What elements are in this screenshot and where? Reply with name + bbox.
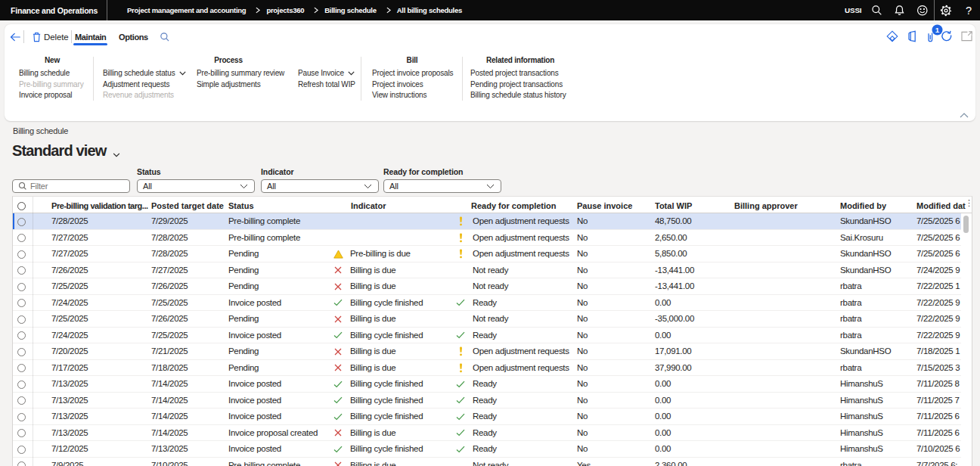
delete-label: Delete [44,33,69,42]
select-all-checkbox[interactable] [17,202,26,210]
ribbon-button-project-invoice-proposals[interactable]: Project invoice proposals [372,68,453,79]
grid-row[interactable]: 7/17/20257/18/2025PendingBilling is dueO… [13,360,961,377]
grid-row[interactable]: 7/24/20257/25/2025Invoice postedBilling … [13,295,961,312]
row-checkbox[interactable] [17,381,26,389]
vertical-scrollbar[interactable] [961,213,972,466]
alerts-icon[interactable] [893,0,905,20]
ribbon-group-new: NewBilling schedulePre-billing summaryIn… [19,54,85,101]
filter-select-indicator[interactable]: All [261,179,379,193]
column-header-validation_date[interactable]: Pre-billing validation targ... [51,197,150,213]
grid-row[interactable]: 7/26/20257/27/2025PendingBilling is dueN… [13,263,961,279]
actionpane-search-icon[interactable] [160,32,170,42]
ribbon-button-billing-schedule-status-history[interactable]: Billing schedule status history [470,90,566,101]
row-checkbox[interactable] [17,283,26,291]
view-selector[interactable]: Standard view [12,140,120,160]
filter-select-status[interactable]: All [137,179,255,193]
grid-row[interactable]: 7/25/20257/26/2025PendingBilling is dueN… [13,311,961,328]
grid-row[interactable]: 7/12/20257/13/2025Invoice postedBilling … [13,441,961,458]
office-apps-icon[interactable] [903,27,921,45]
row-checkbox[interactable] [17,331,26,340]
column-header-approver[interactable]: Billing approver [734,197,825,213]
row-checkbox[interactable] [17,348,26,356]
help-icon[interactable]: ? [963,0,974,20]
row-checkbox[interactable] [17,218,26,226]
row-checkbox[interactable] [17,396,26,405]
tab-maintain[interactable]: Maintain [69,24,112,49]
ribbon-button-pause-invoice[interactable]: Pause Invoice [298,68,355,79]
row-checkbox[interactable] [17,234,26,242]
ribbon-button-posted-project-transactions[interactable]: Posted project transactions [470,68,566,79]
grid-row[interactable]: 7/27/20257/28/2025PendingPre-billing is … [13,246,961,263]
ribbon-button-refresh-total-wip[interactable]: Refresh total WIP [298,79,355,91]
grid-row[interactable]: 7/13/20257/14/2025Invoice postedBilling … [13,409,961,425]
ribbon-button-project-invoices[interactable]: Project invoices [372,79,453,91]
check-icon [455,441,466,458]
grid-row[interactable]: 7/25/20257/26/2025PendingBilling is dueN… [13,278,961,295]
filter-label-indicator: Indicator [261,167,293,176]
filter-select-ready-for-completion[interactable]: All [383,179,501,193]
open-in-new-window-icon[interactable] [957,27,975,45]
cell-validation_date: 7/9/2025 [51,458,150,466]
row-checkbox[interactable] [17,250,26,259]
task-flow-icon[interactable] [883,27,901,45]
settings-icon[interactable] [939,0,952,20]
grid-row[interactable]: 7/13/20257/14/2025Invoice postedBilling … [13,393,961,409]
ribbon-button-view-instructions[interactable]: View instructions [372,90,453,101]
help-glyph: ? [966,5,972,17]
grid-row[interactable]: 7/13/20257/14/2025Invoice proposal creat… [13,425,961,442]
column-options-icon[interactable]: ⋮ [965,200,969,206]
row-checkbox[interactable] [17,446,26,454]
ribbon-button-simple-adjustments[interactable]: Simple adjustments [197,79,284,91]
grid-row[interactable]: 7/28/20257/29/2025Pre-billing completeOp… [13,213,961,230]
breadcrumb-item[interactable]: projects360 [266,6,304,14]
ribbon-button-pre-billing-summary-review[interactable]: Pre-billing summary review [197,68,284,79]
cell-total_wip: 37,990.00 [655,360,730,377]
ribbon-button-adjustment-requests[interactable]: Adjustment requests [103,79,186,91]
breadcrumb-item[interactable]: Billing schedule [324,6,377,14]
column-header-status[interactable]: Status [228,197,331,213]
back-button[interactable] [7,28,23,45]
breadcrumb-item[interactable]: Project management and accounting [127,6,246,14]
row-checkbox[interactable] [17,299,26,307]
grid-row[interactable]: 7/20/20257/21/2025PendingBilling is dueO… [13,343,961,360]
delete-button[interactable]: Delete [29,27,72,46]
quick-filter-input[interactable]: Filter [12,179,130,193]
ribbon-button-billing-schedule-status[interactable]: Billing schedule status [103,68,186,79]
column-header-total_wip[interactable]: Total WIP [655,197,730,213]
refresh-icon[interactable] [938,27,956,45]
search-icon[interactable] [870,0,882,20]
scrollbar-thumb[interactable] [963,216,969,233]
breadcrumb: Project management and accountingproject… [127,0,462,20]
select-value: All [267,182,276,191]
column-header-pause[interactable]: Pause invoice [577,197,637,213]
collapse-ribbon-icon[interactable] [958,110,970,120]
column-header-posted_date[interactable]: Posted target date [151,197,227,213]
row-checkbox[interactable] [17,266,26,275]
feedback-icon[interactable] [916,0,929,20]
row-checkbox[interactable] [17,461,26,466]
breadcrumb-item[interactable]: All billing schedules [397,6,462,14]
app-name[interactable]: Finance and Operations [0,0,107,20]
tab-options[interactable]: Options [113,24,154,49]
grid-row[interactable]: 7/24/20257/25/2025Invoice postedBilling … [13,328,961,344]
ribbon-button-billing-schedule[interactable]: Billing schedule [19,68,84,79]
ribbon-button-invoice-proposal[interactable]: Invoice proposal [19,90,84,101]
grid-row[interactable]: 7/27/20257/28/2025Pre-billing completeOp… [13,230,961,247]
ribbon-button-pending-project-transactions[interactable]: Pending project transactions [470,79,566,91]
trash-icon [32,32,42,42]
column-header-modified_by[interactable]: Modified by [840,197,912,213]
ribbon-column: Billing schedulePre-billing summaryInvoi… [19,68,84,101]
grid-row[interactable]: 7/9/20257/10/2025Pre-billing completeBil… [13,458,961,466]
grid-row[interactable]: 7/13/20257/14/2025Invoice postedBilling … [13,376,961,393]
column-header-indicator[interactable]: Indicator [351,197,455,213]
row-checkbox[interactable] [17,315,26,324]
cell-ready: Not ready [473,263,575,279]
filter-placeholder: Filter [30,182,48,191]
cell-total_wip: 17,091.00 [655,343,730,360]
environment-name[interactable]: USSI [845,0,861,20]
row-checkbox[interactable] [17,364,26,372]
column-header-ready[interactable]: Ready for completion [471,197,574,213]
row-checkbox[interactable] [17,429,26,437]
warning-icon [333,246,343,263]
row-checkbox[interactable] [17,413,26,421]
